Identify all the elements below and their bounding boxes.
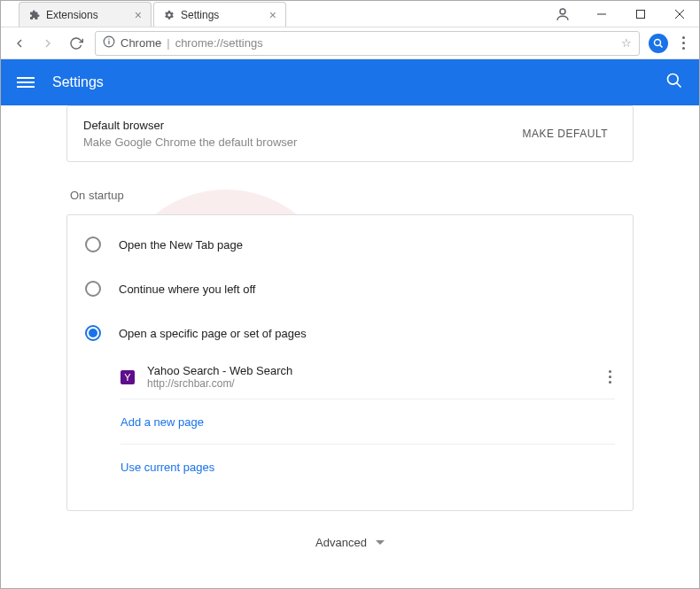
tab-settings[interactable]: Settings × (153, 2, 286, 27)
content-area[interactable]: risk.com Default browser Make Google Chr… (1, 105, 699, 588)
favicon: Y (121, 370, 135, 384)
chevron-down-icon (376, 540, 385, 545)
profile-icon[interactable] (543, 1, 582, 27)
forward-button[interactable] (38, 34, 58, 53)
radio-icon[interactable] (85, 236, 101, 252)
settings-search-icon[interactable] (665, 72, 683, 93)
maximize-button[interactable] (621, 1, 660, 27)
page-title: Settings (52, 74, 104, 90)
radio-icon[interactable] (85, 281, 101, 297)
info-icon (103, 35, 115, 50)
radio-label: Open the New Tab page (119, 238, 243, 252)
radio-label: Continue where you left off (119, 283, 255, 296)
radio-new-tab[interactable]: Open the New Tab page (67, 222, 633, 267)
use-current-row: Use current pages (121, 445, 615, 489)
hamburger-menu-icon[interactable] (17, 77, 35, 88)
tab-extensions[interactable]: Extensions × (19, 2, 152, 27)
startup-section-label: On startup (66, 189, 634, 202)
startup-pages-list: Y Yahoo Search - Web Search http://srchb… (67, 355, 633, 489)
search-button[interactable] (649, 34, 668, 53)
svg-point-10 (668, 74, 679, 85)
add-page-link[interactable]: Add a new page (121, 415, 204, 429)
default-browser-card: Default browser Make Google Chrome the d… (66, 105, 634, 162)
default-browser-subtitle: Make Google Chrome the default browser (83, 136, 514, 149)
back-button[interactable] (10, 34, 29, 53)
tab-label: Extensions (46, 9, 98, 21)
svg-line-9 (660, 44, 663, 47)
tab-close-icon[interactable]: × (135, 8, 142, 22)
chrome-menu-icon[interactable] (677, 36, 690, 50)
puzzle-icon (28, 9, 41, 21)
page-item-title: Yahoo Search - Web Search (147, 364, 593, 377)
url-text: chrome://settings (175, 36, 616, 50)
make-default-button[interactable]: MAKE DEFAULT (514, 122, 617, 145)
window-controls (582, 1, 699, 27)
tab-strip: Extensions × Settings × (1, 1, 543, 27)
svg-point-7 (108, 38, 109, 39)
address-bar[interactable]: Chrome | chrome://settings ☆ (95, 31, 640, 56)
more-options-icon[interactable] (605, 367, 615, 387)
svg-point-0 (560, 9, 565, 14)
browser-toolbar: Chrome | chrome://settings ☆ (1, 27, 699, 59)
svg-point-8 (655, 39, 661, 45)
svg-line-11 (677, 83, 681, 88)
radio-specific-page[interactable]: Open a specific page or set of pages (67, 311, 633, 355)
settings-header: Settings (1, 59, 699, 105)
gear-icon (163, 9, 175, 21)
default-browser-title: Default browser (83, 119, 514, 132)
tab-close-icon[interactable]: × (269, 8, 276, 22)
reload-button[interactable] (66, 34, 86, 53)
minimize-button[interactable] (582, 1, 621, 27)
radio-label: Open a specific page or set of pages (119, 327, 307, 340)
add-page-row: Add a new page (121, 399, 615, 445)
advanced-label: Advanced (315, 536, 367, 549)
close-button[interactable] (660, 1, 699, 27)
page-item-url: http://srchbar.com/ (147, 377, 593, 390)
window-titlebar: Extensions × Settings × (1, 1, 699, 27)
svg-rect-2 (637, 10, 645, 18)
url-scheme: Chrome (121, 36, 161, 50)
use-current-link[interactable]: Use current pages (121, 461, 214, 474)
startup-card: Open the New Tab page Continue where you… (66, 214, 634, 511)
tab-label: Settings (181, 9, 219, 21)
radio-icon[interactable] (85, 325, 101, 341)
bookmark-star-icon[interactable]: ☆ (621, 36, 632, 50)
radio-continue[interactable]: Continue where you left off (67, 267, 633, 311)
advanced-toggle[interactable]: Advanced (66, 511, 634, 574)
startup-page-item: Y Yahoo Search - Web Search http://srchb… (121, 355, 615, 399)
